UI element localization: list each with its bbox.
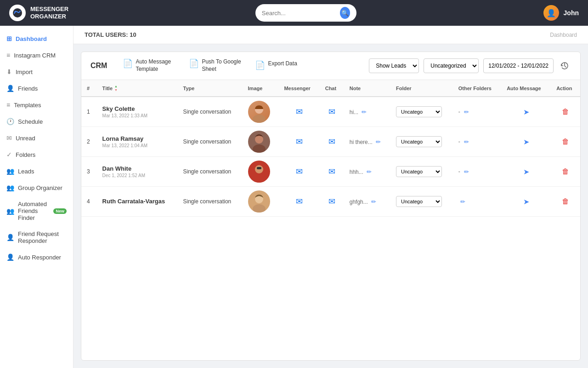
row-auto-message[interactable]: ➤ [501, 97, 551, 127]
folder-select[interactable]: Uncatego [396, 136, 442, 147]
date-range-display[interactable]: 12/01/2022 - 12/01/2022 [483, 58, 554, 73]
folder-select[interactable]: Uncatego [396, 166, 442, 177]
row-action[interactable]: 🗑 [551, 127, 580, 157]
sidebar-item-templates[interactable]: ≡ Templates [0, 97, 73, 113]
sidebar-item-unread[interactable]: ✉ Unread [0, 130, 73, 146]
sidebar-item-folders[interactable]: ✓ Folders [0, 146, 73, 163]
row-folder[interactable]: Uncatego [390, 157, 453, 187]
col-chat: Chat [320, 80, 344, 97]
logo-text: MESSENGER ORGANIZER [30, 6, 68, 20]
auto-message-send-icon: ➤ [523, 138, 529, 146]
user-avatar [248, 101, 270, 123]
row-note: hhh... ✏ [344, 157, 390, 187]
templates-icon: ≡ [6, 101, 10, 109]
row-folder[interactable]: Uncatego [390, 187, 453, 217]
row-auto-message[interactable]: ➤ [501, 127, 551, 157]
note-edit-icon[interactable]: ✏ [376, 138, 381, 145]
sidebar-item-leads[interactable]: 👥 Leads [0, 163, 73, 179]
row-messenger[interactable]: ✉ [278, 97, 319, 127]
row-chat[interactable]: ✉ [320, 127, 344, 157]
sidebar-item-dashboard[interactable]: ⊞ Dashboard [0, 30, 73, 47]
row-num: 2 [81, 127, 97, 157]
other-folder-edit-icon[interactable]: ✏ [460, 198, 465, 205]
row-action[interactable]: 🗑 [551, 187, 580, 217]
row-chat[interactable]: ✉ [320, 97, 344, 127]
search-input[interactable] [262, 10, 336, 17]
sidebar-label-schedule: Schedule [18, 118, 43, 125]
search-area[interactable]: 🔍 [255, 4, 356, 22]
col-auto-message: Auto Message [501, 80, 551, 97]
sidebar-item-instagram-crm[interactable]: ≡ Instagram CRM [0, 47, 73, 63]
sidebar-item-import[interactable]: ⬇ Import [0, 63, 73, 80]
delete-icon[interactable]: 🗑 [562, 197, 569, 205]
chat-icon: ✉ [328, 197, 335, 206]
row-messenger[interactable]: ✉ [278, 127, 319, 157]
row-auto-message[interactable]: ➤ [501, 157, 551, 187]
sidebar-item-auto-responder[interactable]: 👤 Auto Responder [0, 249, 73, 265]
col-image: Image [243, 80, 279, 97]
sidebar-item-schedule[interactable]: 🕐 Schedule [0, 113, 73, 130]
row-chat[interactable]: ✉ [320, 187, 344, 217]
sidebar-item-group-organizer[interactable]: 👥 Group Organizer [0, 179, 73, 196]
other-folder-edit-icon[interactable]: ✏ [464, 168, 469, 175]
row-other-folders: - ✏ [453, 127, 501, 157]
auto-message-label: Auto Message Template [136, 58, 178, 73]
messenger-icon: ✉ [296, 107, 303, 116]
row-auto-message[interactable]: ➤ [501, 187, 551, 217]
search-button[interactable]: 🔍 [340, 7, 350, 19]
row-messenger[interactable]: ✉ [278, 187, 319, 217]
row-folder[interactable]: Uncatego [390, 127, 453, 157]
row-num: 1 [81, 97, 97, 127]
total-users: TOTAL USERS: 10 [85, 31, 136, 38]
row-other-folders: ✏ [453, 187, 501, 217]
row-other-folders: - ✏ [453, 157, 501, 187]
note-edit-icon[interactable]: ✏ [371, 198, 376, 205]
svg-point-8 [253, 174, 266, 183]
row-action[interactable]: 🗑 [551, 157, 580, 187]
row-folder[interactable]: Uncatego [390, 97, 453, 127]
user-name: Ruth Carratala-Vargas [102, 198, 172, 205]
show-leads-select[interactable]: Show Leads [369, 58, 419, 73]
other-folder-edit-icon[interactable]: ✏ [464, 109, 469, 115]
leads-icon: 👥 [6, 167, 14, 175]
sidebar-label-auto-responder: Auto Responder [18, 254, 61, 261]
table-row: 3 Dan White Dec 1, 2022 1:52 AM Single c… [81, 157, 580, 187]
col-title[interactable]: Title ▲ ▼ [97, 80, 178, 97]
note-edit-icon[interactable]: ✏ [362, 109, 367, 115]
instagram-crm-icon: ≡ [6, 52, 10, 59]
delete-icon[interactable]: 🗑 [562, 138, 569, 145]
sidebar-label-friend-request: Friend Request Responder [18, 230, 67, 244]
folder-select[interactable]: Uncatego [396, 106, 442, 117]
note-text: hi there... [350, 139, 373, 145]
row-num: 4 [81, 187, 97, 217]
push-google-icon: 📄 [189, 58, 199, 69]
sidebar-item-friends[interactable]: 👤 Friends [0, 80, 73, 97]
group-organizer-icon: 👥 [6, 184, 14, 191]
history-button[interactable] [558, 59, 571, 72]
sidebar-label-folders: Folders [16, 151, 35, 158]
push-google-sheet-button[interactable]: 📄 Push To Google Sheet [189, 58, 244, 73]
sidebar-item-automated-friends[interactable]: 👥 Automated Friends Finder New [0, 196, 73, 226]
title-sort-arrows[interactable]: ▲ ▼ [114, 85, 118, 92]
category-select[interactable]: Uncategorized [424, 58, 479, 73]
note-edit-icon[interactable]: ✏ [367, 168, 372, 175]
note-text: ghfgh... [350, 199, 368, 205]
row-chat[interactable]: ✉ [320, 157, 344, 187]
other-folder-edit-icon[interactable]: ✏ [464, 138, 469, 145]
delete-icon[interactable]: 🗑 [562, 167, 569, 175]
delete-icon[interactable]: 🗑 [562, 108, 569, 115]
row-action[interactable]: 🗑 [551, 97, 580, 127]
folder-select[interactable]: Uncatego [396, 196, 442, 207]
auto-message-template-button[interactable]: 📄 Auto Message Template [123, 58, 178, 73]
other-folder-dash: - [458, 168, 460, 175]
table-row: 2 Lorna Ramsay Mar 13, 2022 1:04 AM Sing… [81, 127, 580, 157]
sidebar-item-friend-request[interactable]: 👤 Friend Request Responder [0, 226, 73, 249]
content: TOTAL USERS: 10 Dashboard CRM 📄 Auto Mes… [74, 26, 588, 368]
col-note: Note [344, 80, 390, 97]
export-data-button[interactable]: 📄 Export Data [255, 60, 297, 71]
auto-message-send-icon: ➤ [523, 198, 529, 206]
breadcrumb: Dashboard [550, 32, 577, 38]
chat-icon: ✉ [328, 167, 335, 176]
user-avatar [248, 161, 270, 183]
row-messenger[interactable]: ✉ [278, 157, 319, 187]
